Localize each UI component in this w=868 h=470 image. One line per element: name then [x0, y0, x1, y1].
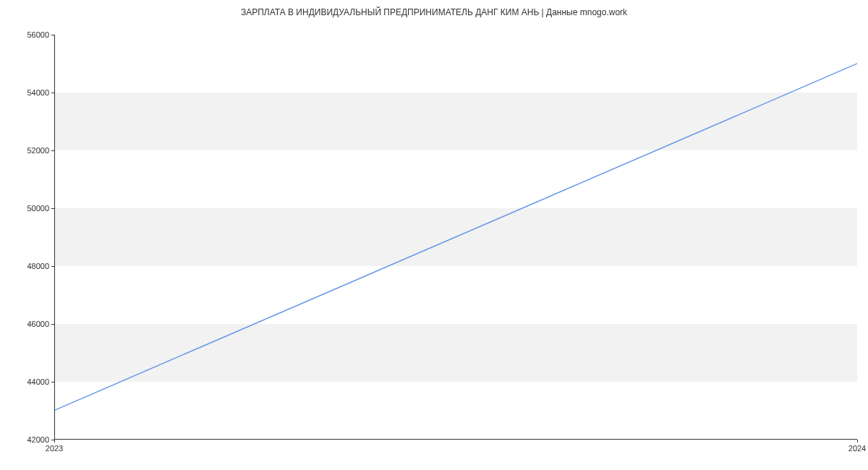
- plot-area: [54, 35, 857, 440]
- y-tick-mark: [51, 150, 54, 151]
- y-tick-label: 48000: [27, 262, 49, 270]
- y-tick-label: 56000: [27, 30, 49, 39]
- chart-title: ЗАРПЛАТА В ИНДИВИДУАЛЬНЫЙ ПРЕДПРИНИМАТЕЛ…: [0, 7, 868, 17]
- y-tick-mark: [51, 35, 54, 35]
- x-tick-label: 2024: [848, 444, 866, 453]
- y-tick-mark: [51, 266, 54, 267]
- y-tick-mark: [51, 208, 54, 209]
- chart-line-svg: [55, 35, 857, 439]
- y-tick-label: 44000: [27, 377, 49, 386]
- y-tick-label: 46000: [27, 320, 49, 328]
- y-tick-label: 50000: [27, 204, 49, 213]
- data-line: [55, 64, 857, 410]
- y-tick-mark: [51, 324, 54, 325]
- y-tick-mark: [51, 382, 54, 383]
- y-tick-mark: [51, 93, 54, 93]
- y-tick-label: 42000: [27, 435, 49, 444]
- y-tick-label: 52000: [27, 146, 49, 155]
- x-tick-label: 2023: [46, 444, 63, 453]
- x-tick-mark: [857, 440, 858, 443]
- x-tick-mark: [54, 440, 55, 443]
- y-tick-label: 54000: [27, 88, 49, 97]
